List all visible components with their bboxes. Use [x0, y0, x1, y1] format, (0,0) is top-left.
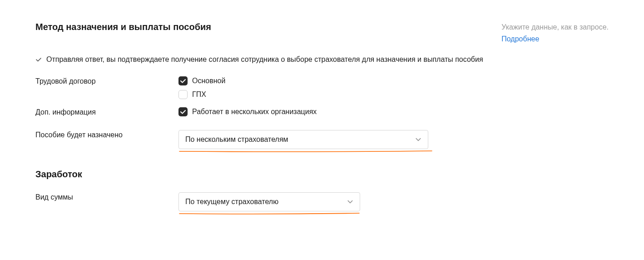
check-icon: [35, 56, 42, 63]
row-addinfo: Доп. информация Работает в нескольких ор…: [35, 107, 609, 116]
hint-text: Укажите данные, как в запросе.: [501, 23, 609, 31]
section-header: Метод назначения и выплаты пособия Укажи…: [35, 22, 609, 45]
checkbox-checked-icon: [178, 107, 188, 116]
row-benefit: Пособие будет назначено По нескольким ст…: [35, 130, 609, 153]
consent-text: Отправляя ответ, вы подтверждаете получе…: [46, 55, 483, 64]
chevron-down-icon: [347, 199, 353, 205]
amount-control: По текущему страхователю: [178, 192, 609, 215]
benefit-label: Пособие будет назначено: [35, 130, 178, 139]
hint-block: Укажите данные, как в запросе. Подробнее: [501, 22, 609, 45]
amount-label: Вид суммы: [35, 192, 178, 201]
checkbox-multiorg-label: Работает в нескольких организациях: [192, 108, 317, 116]
consent-row: Отправляя ответ, вы подтверждаете получе…: [35, 55, 609, 64]
amount-select-value: По текущему страхователю: [185, 198, 278, 206]
underline-annotation: [178, 150, 433, 153]
checkbox-main[interactable]: Основной: [178, 76, 609, 85]
benefit-select[interactable]: По нескольким страхователям: [178, 130, 428, 149]
contract-label: Трудовой договор: [35, 76, 178, 85]
benefit-select-value: По нескольким страхователям: [185, 135, 288, 144]
section-title: Метод назначения и выплаты пособия: [35, 22, 211, 32]
checkbox-unchecked-icon: [178, 90, 188, 99]
amount-select[interactable]: По текущему страхователю: [178, 192, 360, 211]
checkbox-multiorg[interactable]: Работает в нескольких организациях: [178, 107, 609, 116]
chevron-down-icon: [415, 136, 421, 143]
contract-options: Основной ГПХ: [178, 76, 609, 99]
addinfo-label: Доп. информация: [35, 107, 178, 116]
addinfo-options: Работает в нескольких организациях: [178, 107, 609, 116]
hint-link[interactable]: Подробнее: [501, 34, 539, 45]
checkbox-checked-icon: [178, 76, 188, 85]
checkbox-gpx[interactable]: ГПХ: [178, 90, 609, 99]
checkbox-main-label: Основной: [192, 77, 225, 85]
underline-annotation: [178, 212, 360, 215]
checkbox-gpx-label: ГПХ: [192, 90, 206, 99]
section-title-earnings: Заработок: [35, 169, 609, 180]
row-contract: Трудовой договор Основной ГПХ: [35, 76, 609, 99]
row-amount: Вид суммы По текущему страхователю: [35, 192, 609, 215]
benefit-control: По нескольким страхователям: [178, 130, 609, 153]
